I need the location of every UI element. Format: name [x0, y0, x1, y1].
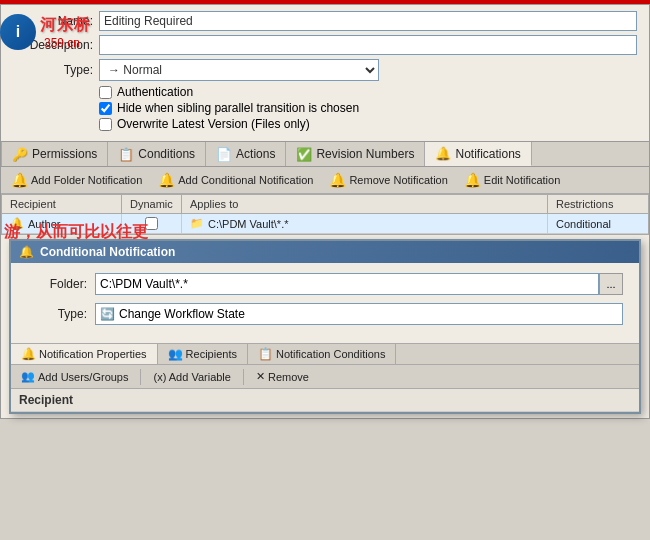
- add-users-icon: 👥: [21, 370, 35, 383]
- sub-toolbar-divider2: [243, 369, 244, 385]
- auth-label: Authentication: [117, 85, 193, 99]
- dialog-folder-label: Folder:: [27, 277, 87, 291]
- sub-tab-recipients[interactable]: 👥 Recipients: [158, 344, 248, 364]
- dialog-type-value: Change Workflow State: [119, 307, 245, 321]
- permissions-icon: 🔑: [12, 147, 28, 162]
- revision-numbers-icon: ✅: [296, 147, 312, 162]
- checkbox-area: Authentication Hide when sibling paralle…: [99, 85, 637, 131]
- auth-checkbox-row: Authentication: [99, 85, 637, 99]
- table-row[interactable]: 🔔 Author 📁 C:\PDM Vault\*.* Conditional: [2, 214, 648, 234]
- add-folder-icon: 🔔: [11, 172, 28, 188]
- dialog-title: Conditional Notification: [40, 245, 175, 259]
- overwrite-label: Overwrite Latest Version (Files only): [117, 117, 310, 131]
- dialog-type-row: Type: 🔄 Change Workflow State: [27, 303, 623, 325]
- add-users-groups-button[interactable]: 👥 Add Users/Groups: [15, 368, 134, 385]
- dialog-folder-input[interactable]: [95, 273, 599, 295]
- name-row: Name:: [13, 11, 637, 31]
- tabs-bar: 🔑 Permissions 📋 Conditions 📄 Actions ✅ R…: [1, 141, 649, 167]
- add-variable-button[interactable]: (x) Add Variable: [147, 369, 236, 385]
- dialog-title-bar: 🔔 Conditional Notification: [11, 241, 639, 263]
- remove-notification-icon: 🔔: [329, 172, 346, 188]
- recipient-icon: 🔔: [10, 217, 24, 230]
- dialog-type-select[interactable]: 🔄 Change Workflow State: [95, 303, 623, 325]
- type-label: Type:: [13, 63, 93, 77]
- auth-checkbox[interactable]: [99, 86, 112, 99]
- edit-notification-label: Edit Notification: [484, 174, 560, 186]
- add-users-label: Add Users/Groups: [38, 371, 128, 383]
- tab-permissions-label: Permissions: [32, 147, 97, 161]
- sub-tab-notification-conditions-label: Notification Conditions: [276, 348, 385, 360]
- actions-icon: 📄: [216, 147, 232, 162]
- add-variable-label: (x) Add Variable: [153, 371, 230, 383]
- tab-notifications[interactable]: 🔔 Notifications: [425, 142, 531, 166]
- sub-toolbar: 👥 Add Users/Groups (x) Add Variable ✕ Re…: [11, 365, 639, 389]
- remove-sub-label: Remove: [268, 371, 309, 383]
- tab-actions-label: Actions: [236, 147, 275, 161]
- notification-conditions-icon: 📋: [258, 347, 273, 361]
- sub-tab-recipients-label: Recipients: [186, 348, 237, 360]
- add-folder-label: Add Folder Notification: [31, 174, 142, 186]
- tab-conditions[interactable]: 📋 Conditions: [108, 142, 206, 166]
- conditional-notification-dialog: 🔔 Conditional Notification Folder: ... T…: [9, 239, 641, 414]
- applies-to-value: C:\PDM Vault\*.*: [208, 218, 289, 230]
- recipients-icon: 👥: [168, 347, 183, 361]
- tab-conditions-label: Conditions: [138, 147, 195, 161]
- recipient-value: Author: [28, 218, 60, 230]
- header-dynamic: Dynamic: [122, 195, 182, 213]
- main-container: Name: Description: Type: → Normal Authen…: [0, 4, 650, 419]
- header-restrictions: Restrictions: [548, 195, 648, 213]
- name-input[interactable]: [99, 11, 637, 31]
- sub-tabs-bar: 🔔 Notification Properties 👥 Recipients 📋…: [11, 343, 639, 365]
- notifications-icon: 🔔: [435, 146, 451, 161]
- sub-tab-notification-conditions[interactable]: 📋 Notification Conditions: [248, 344, 396, 364]
- hide-sibling-checkbox[interactable]: [99, 102, 112, 115]
- applies-to-icon: 📁: [190, 217, 204, 230]
- form-area: Name: Description: Type: → Normal Authen…: [1, 5, 649, 141]
- notifications-table: Recipient Dynamic Applies to Restriction…: [1, 194, 649, 235]
- sub-tab-notification-properties-label: Notification Properties: [39, 348, 147, 360]
- tab-permissions[interactable]: 🔑 Permissions: [1, 142, 108, 166]
- dialog-title-icon: 🔔: [19, 245, 34, 259]
- add-folder-notification-button[interactable]: 🔔 Add Folder Notification: [5, 170, 148, 190]
- description-input[interactable]: [99, 35, 637, 55]
- conditions-icon: 📋: [118, 147, 134, 162]
- recipient-column-header: Recipient: [11, 389, 639, 412]
- cell-dynamic: [122, 214, 182, 233]
- tab-revision-numbers[interactable]: ✅ Revision Numbers: [286, 142, 425, 166]
- edit-notification-icon: 🔔: [464, 172, 481, 188]
- cell-recipient: 🔔 Author: [2, 214, 122, 233]
- add-conditional-notification-button[interactable]: 🔔 Add Conditional Notification: [152, 170, 319, 190]
- dialog-browse-button[interactable]: ...: [599, 273, 623, 295]
- sub-tab-notification-properties[interactable]: 🔔 Notification Properties: [11, 344, 158, 364]
- dialog-folder-row: Folder: ...: [27, 273, 623, 295]
- dialog-type-icon: 🔄: [100, 307, 115, 321]
- tab-revision-numbers-label: Revision Numbers: [316, 147, 414, 161]
- table-header: Recipient Dynamic Applies to Restriction…: [2, 195, 648, 214]
- dynamic-checkbox[interactable]: [145, 217, 158, 230]
- sub-toolbar-divider: [140, 369, 141, 385]
- description-row: Description:: [13, 35, 637, 55]
- hide-sibling-checkbox-row: Hide when sibling parallel transition is…: [99, 101, 637, 115]
- dialog-body: Folder: ... Type: 🔄 Change Workflow Stat…: [11, 263, 639, 343]
- description-label: Description:: [13, 38, 93, 52]
- notification-properties-icon: 🔔: [21, 347, 36, 361]
- edit-notification-button[interactable]: 🔔 Edit Notification: [458, 170, 566, 190]
- tab-notifications-label: Notifications: [455, 147, 520, 161]
- hide-sibling-label: Hide when sibling parallel transition is…: [117, 101, 359, 115]
- remove-notification-label: Remove Notification: [349, 174, 447, 186]
- header-applies-to: Applies to: [182, 195, 548, 213]
- remove-sub-icon: ✕: [256, 370, 265, 383]
- remove-notification-button[interactable]: 🔔 Remove Notification: [323, 170, 453, 190]
- name-label: Name:: [13, 14, 93, 28]
- tab-actions[interactable]: 📄 Actions: [206, 142, 286, 166]
- type-select[interactable]: → Normal: [99, 59, 379, 81]
- overwrite-checkbox[interactable]: [99, 118, 112, 131]
- header-recipient: Recipient: [2, 195, 122, 213]
- cell-restrictions: Conditional: [548, 214, 648, 233]
- add-conditional-label: Add Conditional Notification: [178, 174, 313, 186]
- notifications-toolbar: 🔔 Add Folder Notification 🔔 Add Conditio…: [1, 167, 649, 194]
- dialog-type-label: Type:: [27, 307, 87, 321]
- add-conditional-icon: 🔔: [158, 172, 175, 188]
- overwrite-checkbox-row: Overwrite Latest Version (Files only): [99, 117, 637, 131]
- remove-sub-button[interactable]: ✕ Remove: [250, 368, 315, 385]
